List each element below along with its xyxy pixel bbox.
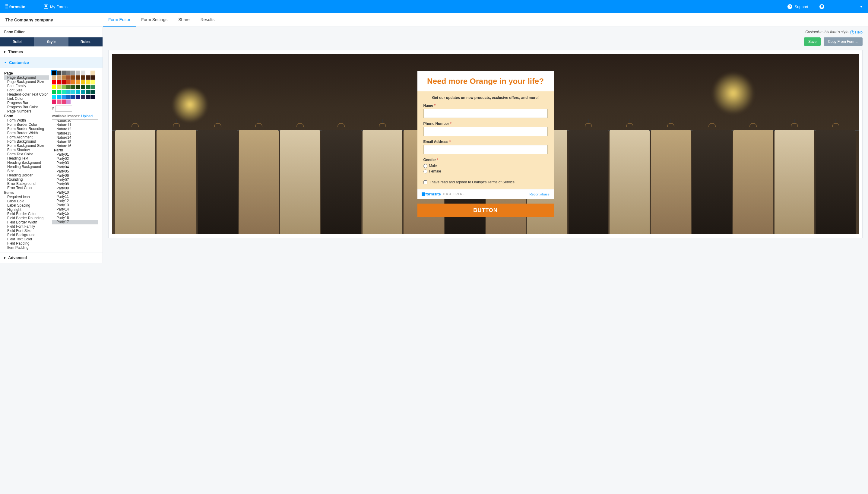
prop-item[interactable]: Link Color [4,96,49,101]
prop-item[interactable]: Heading Border Rounding [4,173,49,182]
color-swatch[interactable] [61,85,66,89]
save-button[interactable]: Save [804,37,821,46]
name-input[interactable] [423,109,548,118]
image-item[interactable]: Party05 [52,169,98,173]
image-item[interactable]: Party02 [52,156,98,161]
color-swatch[interactable] [66,95,71,99]
image-item[interactable]: Nature10 [52,119,98,123]
color-swatch[interactable] [61,75,66,80]
color-swatch[interactable] [76,95,80,99]
image-item[interactable]: Party07 [52,178,98,182]
prop-item[interactable]: Field Border Color [4,212,49,216]
prop-item[interactable]: Form Shadow [4,148,49,152]
color-swatch[interactable] [66,71,71,75]
color-swatch[interactable] [52,85,56,89]
panel-tab-build[interactable]: Build [0,37,34,46]
section-themes[interactable]: Themes [0,46,102,57]
panel-tab-style[interactable]: Style [34,37,68,46]
color-swatch[interactable] [71,75,75,80]
prop-item[interactable]: Form Alignment [4,135,49,139]
prop-item[interactable]: Header/Footer Text Color [4,92,49,96]
upload-link[interactable]: Upload... [81,114,96,118]
color-swatch[interactable] [57,95,61,99]
color-swatch[interactable] [91,71,95,75]
prop-item[interactable]: Item Padding [4,246,49,250]
tab-share[interactable]: Share [173,13,195,26]
color-swatch[interactable] [91,90,95,94]
color-swatch[interactable] [52,99,56,104]
color-swatch[interactable] [57,75,61,80]
prop-item[interactable]: Field Padding [4,241,49,246]
color-swatches[interactable] [52,71,95,104]
color-swatch[interactable] [66,80,71,84]
image-item[interactable]: Party11 [52,194,98,199]
prop-item[interactable]: Required Icon [4,195,49,199]
image-item[interactable]: Party03 [52,161,98,165]
color-swatch[interactable] [71,90,75,94]
prop-item[interactable]: Field Text Color [4,237,49,241]
prop-item[interactable]: Error Background [4,182,49,186]
color-swatch[interactable] [81,95,85,99]
prop-item[interactable]: Highlight [4,208,49,212]
tab-results[interactable]: Results [195,13,220,26]
color-swatch[interactable] [61,99,66,104]
color-swatch[interactable] [57,99,61,104]
my-forms-link[interactable]: My Forms [38,0,73,13]
prop-item[interactable]: Page Numbers [4,109,49,113]
image-item[interactable]: Party06 [52,173,98,178]
prop-item[interactable]: Page Background Size [4,80,49,84]
image-item[interactable]: Party12 [52,199,98,203]
color-swatch[interactable] [52,90,56,94]
prop-item[interactable]: Form Border Color [4,122,49,127]
color-swatch[interactable] [61,90,66,94]
submit-button[interactable]: BUTTON [418,204,554,217]
prop-item[interactable]: Form Background [4,139,49,144]
color-swatch[interactable] [86,75,90,80]
prop-item[interactable]: Progress Bar [4,101,49,105]
color-swatch[interactable] [81,71,85,75]
image-list[interactable]: Nature09Nature10Nature11Nature12Nature13… [52,119,98,224]
color-swatch[interactable] [86,85,90,89]
report-abuse-link[interactable]: Report abuse [529,192,549,196]
color-swatch[interactable] [52,80,56,84]
gender-female-radio[interactable] [423,170,427,173]
section-customize[interactable]: Customize [0,57,102,68]
image-item[interactable]: Nature12 [52,127,98,131]
prop-item[interactable]: Page Background [4,75,49,80]
color-swatch[interactable] [52,95,56,99]
prop-item[interactable]: Font Size [4,88,49,92]
color-swatch[interactable] [76,71,80,75]
color-swatch[interactable] [57,80,61,84]
prop-item[interactable]: Form Border Width [4,131,49,135]
prop-item[interactable]: Heading Background Size [4,165,49,173]
color-swatch[interactable] [81,85,85,89]
prop-item[interactable]: Font Family [4,84,49,88]
color-swatch[interactable] [52,71,56,75]
support-link[interactable]: ? Support [782,0,814,13]
section-advanced[interactable]: Advanced [0,252,102,263]
color-swatch[interactable] [66,99,71,104]
color-swatch[interactable] [61,71,66,75]
image-item[interactable]: Party08 [52,182,98,186]
prop-item[interactable]: Field Border Rounding [4,216,49,220]
gender-male-radio[interactable] [423,164,427,168]
color-swatch[interactable] [91,95,95,99]
prop-item[interactable]: Error Text Color [4,186,49,190]
image-item[interactable]: Party09 [52,186,98,190]
prop-item[interactable]: Form Border Rounding [4,127,49,131]
prop-item[interactable]: Field Border Width [4,220,49,224]
tab-form-editor[interactable]: Form Editor [103,13,136,26]
color-swatch[interactable] [71,95,75,99]
prop-item[interactable]: Field Font Size [4,229,49,233]
color-swatch[interactable] [76,75,80,80]
prop-item[interactable]: Heading Background [4,160,49,165]
prop-item[interactable]: Progress Bar Color [4,105,49,109]
color-swatch[interactable] [86,80,90,84]
image-item[interactable]: Nature15 [52,140,98,144]
prop-item[interactable]: Label Bold [4,199,49,203]
color-swatch[interactable] [76,90,80,94]
image-item[interactable]: Party17 [52,220,98,224]
image-item[interactable]: Party13 [52,203,98,207]
copy-from-form-button[interactable]: Copy From Form... [824,37,863,46]
prop-item[interactable]: Form Width [4,118,49,122]
